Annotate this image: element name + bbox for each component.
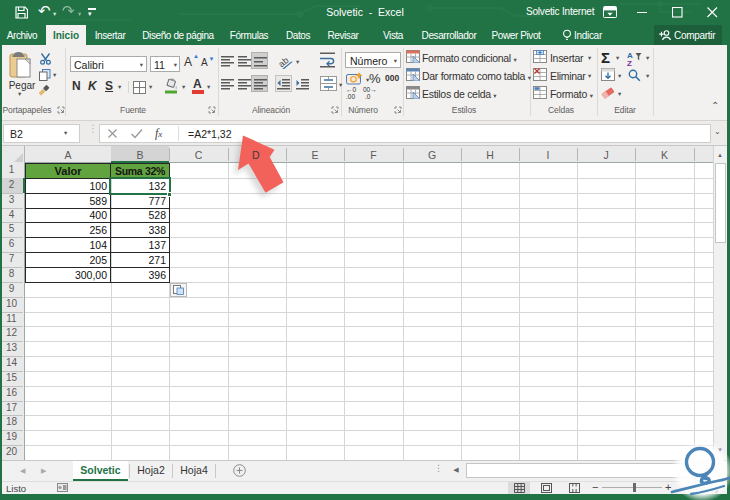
svg-text:,0: ,0 [365, 93, 371, 100]
svg-text:ab: ab [277, 55, 291, 69]
svg-text:Z: Z [627, 59, 632, 66]
svg-text:.00: .00 [346, 93, 355, 100]
